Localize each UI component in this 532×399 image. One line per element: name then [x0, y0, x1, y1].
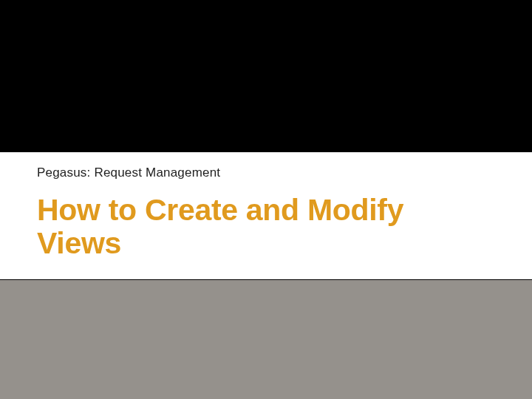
top-black-region [0, 0, 532, 151]
slide-container: Pegasus: Request Management How to Creat… [0, 0, 532, 399]
slide-title: How to Create and Modify Views [37, 194, 495, 260]
bottom-gray-region [0, 280, 532, 399]
slide-subtitle: Pegasus: Request Management [37, 166, 495, 180]
content-band: Pegasus: Request Management How to Creat… [0, 151, 532, 280]
